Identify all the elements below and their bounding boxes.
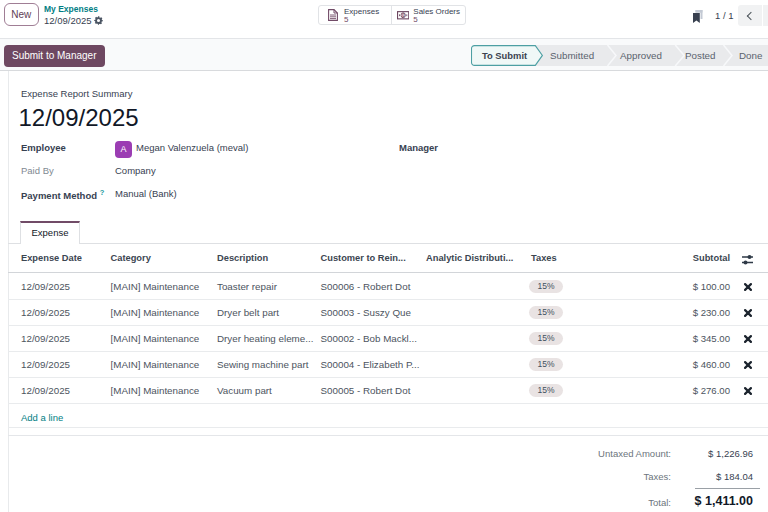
svg-text:Posted: Posted [685,50,716,61]
svg-text:Submitted: Submitted [550,50,594,61]
svg-text:To Submit: To Submit [482,50,527,61]
svg-text:0: 0 [402,13,405,18]
svg-text:Approved: Approved [620,50,662,61]
svg-text:Done: Done [739,50,763,61]
